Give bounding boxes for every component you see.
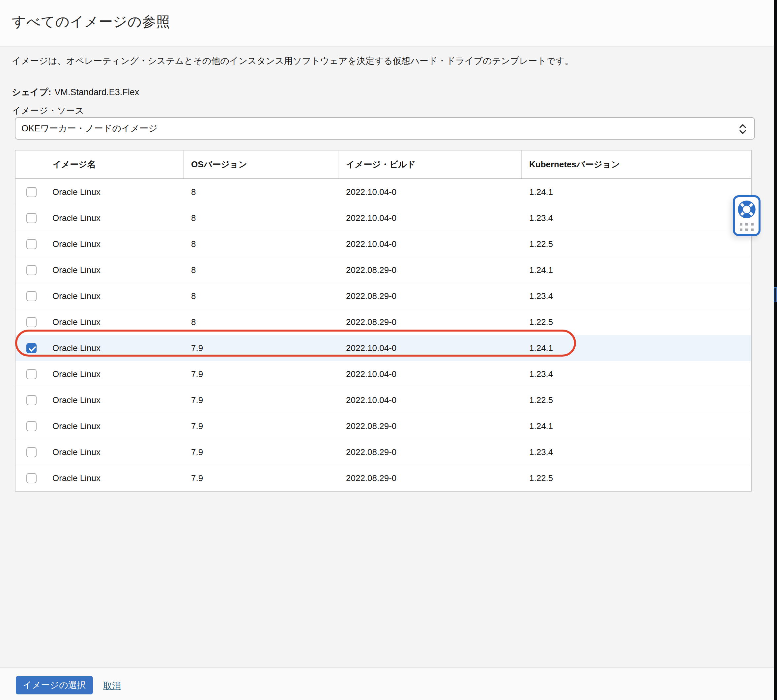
- kubernetes-version-cell: 1.24.1: [521, 335, 751, 361]
- cancel-link[interactable]: 取消: [103, 680, 121, 692]
- table-row[interactable]: Oracle Linux 8 2022.08.29-0 1.24.1: [15, 257, 751, 283]
- os-version-cell: 7.9: [184, 465, 338, 491]
- row-checkbox[interactable]: [26, 239, 37, 249]
- kubernetes-version-cell: 1.22.5: [521, 231, 751, 257]
- row-checkbox[interactable]: [26, 473, 37, 483]
- image-build-cell: 2022.08.29-0: [338, 465, 521, 491]
- kubernetes-version-cell: 1.23.4: [521, 361, 751, 387]
- row-checkbox[interactable]: [26, 421, 37, 431]
- image-name-cell: Oracle Linux: [52, 291, 100, 301]
- shape-line: シェイプ:VM.Standard.E3.Flex: [12, 86, 139, 98]
- help-floating-button[interactable]: [733, 195, 760, 236]
- kubernetes-version-cell: 1.24.1: [521, 413, 751, 439]
- row-checkbox[interactable]: [26, 343, 37, 353]
- image-build-cell: 2022.08.29-0: [338, 439, 521, 465]
- row-checkbox[interactable]: [26, 213, 37, 223]
- dialog-title-bar: すべてのイメージの参照: [0, 0, 774, 47]
- kubernetes-version-cell: 1.24.1: [521, 179, 751, 205]
- os-version-cell: 8: [184, 257, 338, 283]
- os-version-cell: 8: [184, 179, 338, 205]
- column-header-image-build: イメージ・ビルド: [338, 150, 521, 178]
- image-build-cell: 2022.08.29-0: [338, 257, 521, 283]
- os-version-cell: 7.9: [184, 439, 338, 465]
- dialog-footer: イメージの選択 取消: [0, 667, 774, 700]
- image-source-select[interactable]: OKEワーカー・ノードのイメージ: [15, 117, 755, 140]
- column-header-image-name: イメージ名: [15, 150, 184, 178]
- image-name-cell: Oracle Linux: [52, 447, 100, 457]
- image-build-cell: 2022.10.04-0: [338, 361, 521, 387]
- os-version-cell: 7.9: [184, 361, 338, 387]
- image-build-cell: 2022.10.04-0: [338, 335, 521, 361]
- page-edge-dark-strip: [774, 0, 777, 700]
- table-row[interactable]: Oracle Linux 7.9 2022.10.04-0 1.23.4: [15, 361, 751, 387]
- image-build-cell: 2022.08.29-0: [338, 413, 521, 439]
- image-source-selected-value: OKEワーカー・ノードのイメージ: [22, 122, 157, 134]
- table-row[interactable]: Oracle Linux 7.9 2022.08.29-0 1.22.5: [15, 465, 751, 491]
- image-build-cell: 2022.10.04-0: [338, 205, 521, 231]
- row-checkbox[interactable]: [26, 187, 37, 197]
- os-version-cell: 8: [184, 283, 338, 309]
- os-version-cell: 7.9: [184, 413, 338, 439]
- table-row[interactable]: Oracle Linux 7.9 2022.10.04-0 1.22.5: [15, 387, 751, 413]
- image-name-cell: Oracle Linux: [52, 317, 100, 327]
- image-build-cell: 2022.10.04-0: [338, 387, 521, 413]
- os-version-cell: 8: [184, 309, 338, 335]
- table-body: Oracle Linux 8 2022.10.04-0 1.24.1 Oracl…: [15, 179, 751, 491]
- image-name-cell: Oracle Linux: [52, 265, 100, 275]
- image-name-cell: Oracle Linux: [52, 187, 100, 197]
- image-name-cell: Oracle Linux: [52, 239, 100, 249]
- table-row[interactable]: Oracle Linux 8 2022.08.29-0 1.22.5: [15, 309, 751, 335]
- kubernetes-version-cell: 1.23.4: [521, 283, 751, 309]
- page-title: すべてのイメージの参照: [12, 13, 170, 31]
- image-name-cell: Oracle Linux: [52, 473, 100, 483]
- table-row[interactable]: Oracle Linux 7.9 2022.08.29-0 1.24.1: [15, 413, 751, 439]
- kubernetes-version-cell: 1.23.4: [521, 205, 751, 231]
- row-checkbox[interactable]: [26, 369, 37, 379]
- kubernetes-version-cell: 1.22.5: [521, 309, 751, 335]
- image-source-label: イメージ・ソース: [12, 105, 84, 117]
- description-text: イメージは、オペレーティング・システムとその他のインスタンス用ソフトウェアを決定…: [12, 55, 573, 67]
- row-checkbox[interactable]: [26, 447, 37, 457]
- table-row[interactable]: Oracle Linux 8 2022.08.29-0 1.23.4: [15, 283, 751, 309]
- image-name-cell: Oracle Linux: [52, 213, 100, 223]
- life-preserver-icon: [737, 200, 756, 219]
- shape-value: VM.Standard.E3.Flex: [55, 87, 139, 97]
- os-version-cell: 8: [184, 231, 338, 257]
- os-version-cell: 7.9: [184, 387, 338, 413]
- image-build-cell: 2022.08.29-0: [338, 283, 521, 309]
- image-build-cell: 2022.10.04-0: [338, 231, 521, 257]
- row-checkbox[interactable]: [26, 317, 37, 327]
- table-header-row: イメージ名 OSバージョン イメージ・ビルド Kubernetesバージョン: [15, 150, 751, 179]
- image-build-cell: 2022.10.04-0: [338, 179, 521, 205]
- row-checkbox[interactable]: [26, 265, 37, 275]
- image-name-cell: Oracle Linux: [52, 369, 100, 379]
- images-table: イメージ名 OSバージョン イメージ・ビルド Kubernetesバージョン O…: [15, 150, 752, 492]
- os-version-cell: 7.9: [184, 335, 338, 361]
- row-checkbox[interactable]: [26, 395, 37, 405]
- column-header-os-version: OSバージョン: [184, 150, 338, 178]
- image-name-cell: Oracle Linux: [52, 343, 100, 353]
- os-version-cell: 8: [184, 205, 338, 231]
- table-row[interactable]: Oracle Linux 7.9 2022.08.29-0 1.23.4: [15, 439, 751, 465]
- kubernetes-version-cell: 1.23.4: [521, 439, 751, 465]
- up-down-chevron-icon: [739, 123, 747, 135]
- table-row[interactable]: Oracle Linux 7.9 2022.10.04-0 1.24.1: [15, 335, 751, 361]
- shape-label: シェイプ:: [12, 87, 52, 97]
- drag-handle-dots-icon[interactable]: [740, 223, 754, 231]
- table-row[interactable]: Oracle Linux 8 2022.10.04-0 1.23.4: [15, 205, 751, 231]
- kubernetes-version-cell: 1.22.5: [521, 387, 751, 413]
- image-build-cell: 2022.08.29-0: [338, 309, 521, 335]
- select-image-button[interactable]: イメージの選択: [16, 676, 93, 694]
- kubernetes-version-cell: 1.24.1: [521, 257, 751, 283]
- image-name-cell: Oracle Linux: [52, 395, 100, 405]
- edge-scroll-indicator[interactable]: [774, 287, 777, 302]
- column-header-kubernetes-version: Kubernetesバージョン: [521, 150, 751, 178]
- image-name-cell: Oracle Linux: [52, 421, 100, 431]
- table-row[interactable]: Oracle Linux 8 2022.10.04-0 1.24.1: [15, 179, 751, 205]
- row-checkbox[interactable]: [26, 291, 37, 301]
- kubernetes-version-cell: 1.22.5: [521, 465, 751, 491]
- browse-all-images-dialog: すべてのイメージの参照 イメージは、オペレーティング・システムとその他のインスタ…: [0, 0, 777, 700]
- table-row[interactable]: Oracle Linux 8 2022.10.04-0 1.22.5: [15, 231, 751, 257]
